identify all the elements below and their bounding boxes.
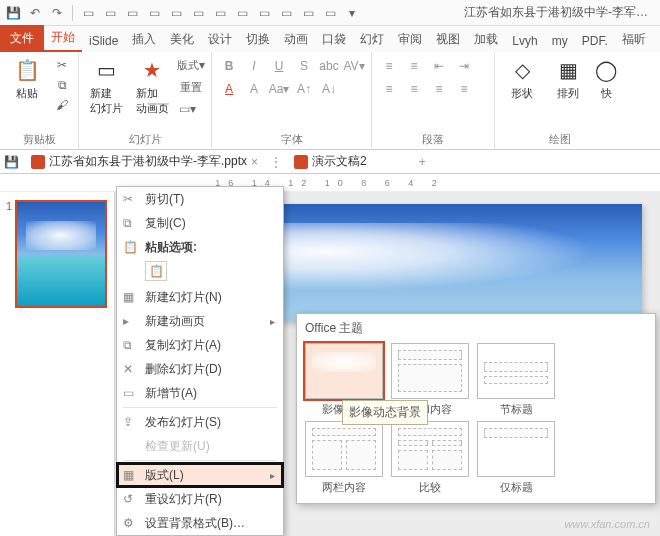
tab-onel[interactable]: Onel xyxy=(653,30,660,52)
tab-insert[interactable]: 插入 xyxy=(125,27,163,52)
qat-icon[interactable]: ▭ xyxy=(277,4,295,22)
ctx-reset-slide[interactable]: ↺重设幻灯片(R) xyxy=(117,487,283,511)
ctx-cut[interactable]: ✂剪切(T) xyxy=(117,187,283,211)
ctx-copy[interactable]: ⧉复制(C) xyxy=(117,211,283,235)
save-doc-icon[interactable]: 💾 xyxy=(4,155,19,169)
shapes-button[interactable]: ◇ 形状 xyxy=(501,56,543,101)
tab-transition[interactable]: 切换 xyxy=(239,27,277,52)
add-tab-icon[interactable]: + xyxy=(419,155,426,169)
window-title: 江苏省如东县于港初级中学-李军… xyxy=(464,4,648,21)
ctx-publish-slide[interactable]: ⇪发布幻灯片(S) xyxy=(117,410,283,434)
tab-design[interactable]: 设计 xyxy=(201,27,239,52)
ctx-new-anim[interactable]: ▸新建动画页▸ xyxy=(117,309,283,333)
new-slide-icon: ▦ xyxy=(123,290,139,304)
undo-icon[interactable]: ↶ xyxy=(26,4,44,22)
ctx-paste-options[interactable]: 📋粘贴选项: xyxy=(117,235,283,259)
tab-review[interactable]: 审阅 xyxy=(391,27,429,52)
qat-icon[interactable]: ▾ xyxy=(343,4,361,22)
new-slide-button[interactable]: ▭ 新建 幻灯片 xyxy=(85,56,127,116)
bullets-button[interactable]: ≡ xyxy=(378,56,400,76)
justify-button[interactable]: ≡ xyxy=(453,79,475,99)
qat-icon[interactable]: ▭ xyxy=(79,4,97,22)
new-anim-button[interactable]: ★ 新加 动画页 xyxy=(131,56,173,116)
tab-file[interactable]: 文件 xyxy=(0,25,44,52)
ppt-icon xyxy=(31,155,45,169)
arrange-button[interactable]: ▦ 排列 xyxy=(547,56,589,101)
bold-button[interactable]: B xyxy=(218,56,240,76)
document-tab-label: 演示文稿2 xyxy=(312,153,367,170)
format-painter-icon[interactable]: 🖌 xyxy=(52,96,72,114)
slide-thumbnail[interactable] xyxy=(15,200,107,308)
tab-lvyh[interactable]: Lvyh xyxy=(505,30,544,52)
ctx-format-background[interactable]: ⚙设置背景格式(B)… xyxy=(117,511,283,535)
case-button[interactable]: Aa▾ xyxy=(268,79,290,99)
tab-home[interactable]: 开始 xyxy=(44,25,82,52)
qat-icon[interactable]: ▭ xyxy=(145,4,163,22)
shrink-font-button[interactable]: A↓ xyxy=(318,79,340,99)
close-icon[interactable]: × xyxy=(251,155,258,169)
tab-addins[interactable]: 加载 xyxy=(467,27,505,52)
qat-icon[interactable]: ▭ xyxy=(321,4,339,22)
paste-button[interactable]: 📋 粘贴 xyxy=(6,56,48,101)
anim-icon: ▸ xyxy=(123,314,139,328)
numbering-button[interactable]: ≡ xyxy=(403,56,425,76)
tab-pocket[interactable]: 口袋 xyxy=(315,27,353,52)
align-center-button[interactable]: ≡ xyxy=(403,79,425,99)
quick-styles-button[interactable]: ◯ 快 xyxy=(593,56,619,101)
qat-icon[interactable]: ▭ xyxy=(167,4,185,22)
ctx-check-update: 检查更新(U) xyxy=(117,434,283,458)
cut-icon[interactable]: ✂ xyxy=(52,56,72,74)
align-left-button[interactable]: ≡ xyxy=(378,79,400,99)
tab-slideshow[interactable]: 幻灯 xyxy=(353,27,391,52)
tab-my[interactable]: my xyxy=(545,30,575,52)
grow-font-button[interactable]: A↑ xyxy=(293,79,315,99)
qat-icon[interactable]: ▭ xyxy=(299,4,317,22)
ctx-delete-slide[interactable]: ✕删除幻灯片(D) xyxy=(117,357,283,381)
layout-button[interactable]: 版式▾ xyxy=(177,56,205,74)
save-icon[interactable]: 💾 xyxy=(4,4,22,22)
tab-view[interactable]: 视图 xyxy=(429,27,467,52)
layout-preview xyxy=(391,421,469,477)
highlight-button[interactable]: A xyxy=(243,79,265,99)
italic-button[interactable]: I xyxy=(243,56,265,76)
copy-icon[interactable]: ⧉ xyxy=(52,76,72,94)
outdent-button[interactable]: ⇥ xyxy=(453,56,475,76)
ctx-new-slide[interactable]: ▦新建幻灯片(N) xyxy=(117,285,283,309)
align-right-button[interactable]: ≡ xyxy=(428,79,450,99)
underline-button[interactable]: U xyxy=(268,56,290,76)
section-button[interactable]: ▭▾ xyxy=(177,100,197,118)
qat-icon[interactable]: ▭ xyxy=(101,4,119,22)
strike-button[interactable]: S xyxy=(293,56,315,76)
qat-icon[interactable]: ▭ xyxy=(233,4,251,22)
tab-beautify[interactable]: 美化 xyxy=(163,27,201,52)
tab-foxit[interactable]: 福昕 xyxy=(615,27,653,52)
spacing-button[interactable]: AV▾ xyxy=(343,56,365,76)
paste-option-icon[interactable]: 📋 xyxy=(145,261,167,281)
layout-option[interactable]: 仅标题 xyxy=(477,421,555,495)
redo-icon[interactable]: ↷ xyxy=(48,4,66,22)
qat-icon[interactable]: ▭ xyxy=(123,4,141,22)
layout-option[interactable]: 节标题 xyxy=(477,343,555,417)
paste-icon: 📋 xyxy=(13,56,41,84)
qat-icon[interactable]: ▭ xyxy=(189,4,207,22)
ctx-duplicate-slide[interactable]: ⧉复制幻灯片(A) xyxy=(117,333,283,357)
tab-animation[interactable]: 动画 xyxy=(277,27,315,52)
indent-button[interactable]: ⇤ xyxy=(428,56,450,76)
context-menu: ✂剪切(T) ⧉复制(C) 📋粘贴选项: 📋 ▦新建幻灯片(N) ▸新建动画页▸… xyxy=(116,186,284,536)
reset-button[interactable]: 重置 xyxy=(177,78,205,96)
layout-option[interactable]: 两栏内容 xyxy=(305,421,383,495)
qat-icon[interactable]: ▭ xyxy=(211,4,229,22)
tab-pdf[interactable]: PDF. xyxy=(575,30,615,52)
layout-option[interactable]: 比较 xyxy=(391,421,469,495)
group-label-font: 字体 xyxy=(218,132,365,149)
qat-icon[interactable]: ▭ xyxy=(255,4,273,22)
document-tab[interactable]: 演示文稿2 xyxy=(288,151,373,172)
font-color-button[interactable]: A xyxy=(218,79,240,99)
ctx-layout[interactable]: ▦版式(L)▸ xyxy=(117,463,283,487)
document-tab[interactable]: 江苏省如东县于港初级中学-李军.pptx × xyxy=(25,151,264,172)
duplicate-icon: ⧉ xyxy=(123,338,139,352)
chevron-right-icon: ▸ xyxy=(270,316,275,327)
tab-islide[interactable]: iSlide xyxy=(82,30,125,52)
ctx-add-section[interactable]: ▭新增节(A) xyxy=(117,381,283,405)
shadow-button[interactable]: abc xyxy=(318,56,340,76)
